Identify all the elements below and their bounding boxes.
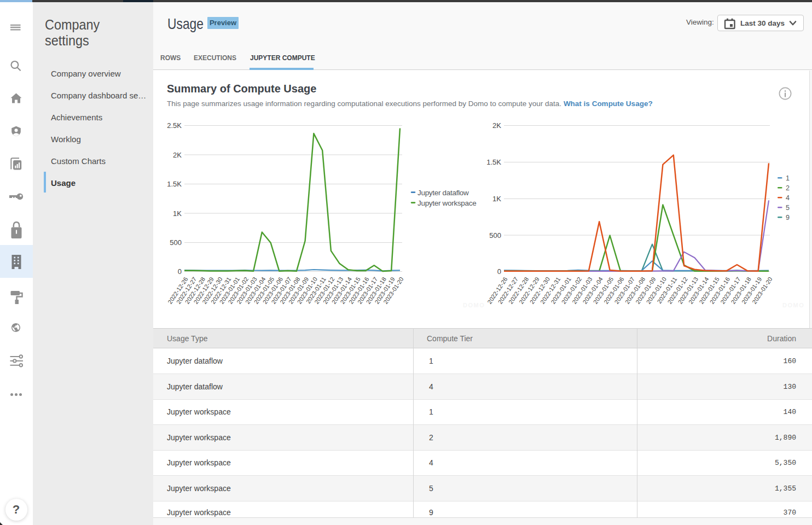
svg-text:9: 9 [786,214,790,221]
svg-text:0: 0 [178,267,182,276]
svg-text:0: 0 [497,267,501,276]
svg-text:500: 500 [170,238,182,247]
svg-text:2: 2 [786,184,790,192]
svg-text:2K: 2K [173,151,182,159]
svg-text:Jupyter dataflow: Jupyter dataflow [417,189,469,197]
svg-text:1K: 1K [492,195,501,203]
svg-text:5: 5 [786,204,790,212]
svg-text:1K: 1K [173,209,182,218]
svg-text:500: 500 [489,231,501,240]
svg-text:1.5K: 1.5K [486,158,501,166]
svg-text:1.5K: 1.5K [167,180,182,188]
svg-text:1: 1 [786,174,790,182]
svg-text:2K: 2K [492,121,501,130]
svg-text:Jupyter workspace: Jupyter workspace [417,199,476,207]
svg-text:DOMO: DOMO [782,302,804,308]
svg-text:2.5K: 2.5K [167,121,182,130]
svg-text:4: 4 [786,194,790,202]
